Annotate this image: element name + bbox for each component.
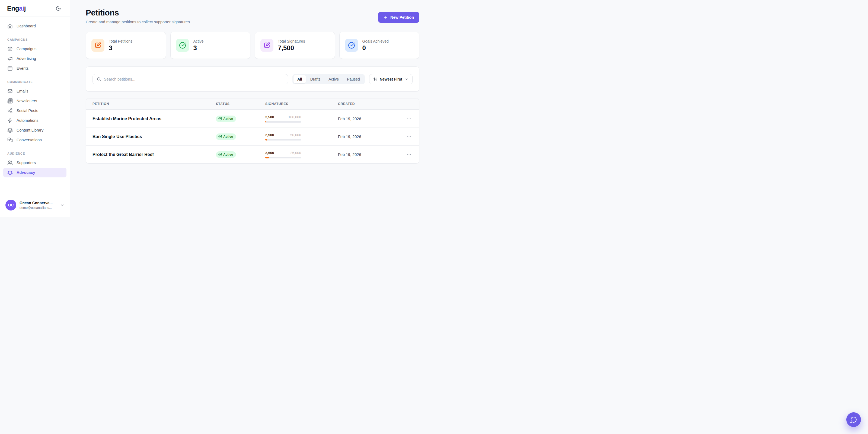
stats-row: Total Petitions 3 Active 3 Total Signa [86, 32, 420, 59]
status-badge: Active [216, 151, 236, 158]
profile-menu[interactable]: OC Ocean Conserva... demo@oceanallianc..… [0, 193, 70, 217]
page-header: Petitions Create and manage petitions to… [86, 8, 420, 24]
search-icon [97, 77, 101, 82]
stat-text: Total Petitions 3 [109, 39, 132, 52]
signatures-cell: 2,500 25,000 [265, 151, 301, 158]
stat-text: Goals Achieved 0 [362, 39, 389, 52]
app-root: Engaij Dashboard CAMPAIGNS Campaigns Adv… [0, 0, 434, 217]
signatures-goal: 100,000 [288, 115, 301, 119]
status-label: Active [223, 135, 233, 138]
tab-drafts[interactable]: Drafts [307, 75, 324, 83]
stat-card-active: Active 3 [170, 32, 251, 59]
progress-fill [265, 139, 267, 141]
target-icon [7, 46, 13, 52]
row-actions-button[interactable] [405, 133, 412, 140]
moon-icon [56, 6, 61, 11]
table-header: Petition Status Signatures Created [86, 98, 419, 110]
sort-dropdown[interactable]: Newest First [369, 74, 412, 84]
file-pen-icon [91, 39, 104, 52]
tab-all[interactable]: All [293, 75, 306, 83]
created-date: Feb 19, 2026 [338, 134, 405, 139]
new-petition-button[interactable]: New Petition [378, 12, 420, 23]
col-petition: Petition [93, 102, 216, 106]
sidebar-item-label: Content Library [17, 128, 43, 132]
row-actions-button[interactable] [405, 151, 412, 158]
sidebar: Engaij Dashboard CAMPAIGNS Campaigns Adv… [0, 0, 70, 217]
sidebar-item-events[interactable]: Events [3, 63, 66, 73]
stat-card-goals-achieved: Goals Achieved 0 [339, 32, 420, 59]
sidebar-item-label: Campaigns [17, 46, 36, 51]
theme-toggle-button[interactable] [55, 5, 62, 12]
users-icon [7, 160, 13, 165]
sidebar-item-conversations[interactable]: Conversations [3, 135, 66, 145]
main-content: Petitions Create and manage petitions to… [70, 0, 434, 217]
sidebar-item-supporters[interactable]: Supporters [3, 158, 66, 167]
sidebar-item-label: Advocacy [17, 170, 35, 175]
signatures-goal: 25,000 [290, 151, 301, 155]
sidebar-item-dashboard[interactable]: Dashboard [3, 21, 66, 31]
search-box [93, 74, 288, 84]
chevron-down-icon [405, 77, 408, 81]
sidebar-item-social-posts[interactable]: Social Posts [3, 106, 66, 116]
table-row[interactable]: Establish Marine Protected Areas Active … [86, 110, 419, 127]
sort-label: Newest First [380, 77, 402, 82]
tab-paused[interactable]: Paused [343, 75, 364, 83]
sidebar-item-label: Newsletters [17, 99, 37, 103]
col-status: Status [216, 102, 265, 106]
petitions-table: Petition Status Signatures Created Estab… [86, 98, 420, 163]
sidebar-item-label: Dashboard [17, 24, 36, 28]
table-row[interactable]: Ban Single-Use Plastics Active 2,500 50,… [86, 127, 419, 145]
petition-title[interactable]: Establish Marine Protected Areas [93, 116, 216, 121]
search-input[interactable] [104, 77, 284, 82]
brand-logo: Engaij [7, 5, 26, 12]
petition-title[interactable]: Protect the Great Barrier Reef [93, 152, 216, 157]
arrow-up-down-icon [373, 77, 377, 81]
sidebar-item-campaigns[interactable]: Campaigns [3, 44, 66, 54]
sidebar-item-advertising[interactable]: Advertising [3, 54, 66, 63]
status-label: Active [223, 117, 233, 121]
scale-icon [7, 170, 13, 175]
ellipsis-icon [407, 134, 411, 139]
sidebar-item-automations[interactable]: Automations [3, 116, 66, 125]
sidebar-item-content-library[interactable]: Content Library [3, 125, 66, 135]
sidebar-item-newsletters[interactable]: Newsletters [3, 96, 66, 106]
zap-icon [7, 118, 13, 123]
circle-check-icon [345, 39, 358, 52]
status-badge: Active [216, 116, 236, 122]
sidebar-item-label: Emails [17, 89, 29, 93]
circle-check-icon [218, 153, 222, 156]
col-created: Created [338, 102, 405, 106]
row-actions-button[interactable] [405, 115, 412, 122]
page-title: Petitions [86, 8, 190, 18]
megaphone-icon [7, 56, 13, 61]
sidebar-item-advocacy[interactable]: Advocacy [3, 167, 66, 177]
calendar-icon [7, 66, 13, 71]
brand-prefix: Eng [7, 5, 19, 12]
sidebar-item-label: Conversations [17, 138, 42, 142]
progress-bar [265, 121, 301, 123]
profile-name: Ocean Conserva... [20, 201, 57, 205]
stat-label: Active [193, 39, 204, 43]
tab-active[interactable]: Active [325, 75, 343, 83]
sidebar-item-emails[interactable]: Emails [3, 86, 66, 96]
petition-title[interactable]: Ban Single-Use Plastics [93, 134, 216, 139]
signatures-current: 2,500 [265, 133, 274, 137]
stat-label: Goals Achieved [362, 39, 389, 43]
progress-fill [265, 121, 267, 123]
mail-icon [7, 88, 13, 94]
status-filter-tabs: All Drafts Active Paused [292, 74, 365, 84]
progress-bar [265, 157, 301, 158]
sidebar-nav: Dashboard CAMPAIGNS Campaigns Advertisin… [0, 17, 70, 193]
stat-value: 3 [193, 44, 204, 52]
stat-label: Total Signatures [278, 39, 305, 43]
plus-icon [383, 15, 388, 20]
new-petition-label: New Petition [390, 15, 414, 20]
page-subtitle: Create and manage petitions to collect s… [86, 20, 190, 24]
signatures-cell: 2,500 100,000 [265, 115, 301, 123]
table-row[interactable]: Protect the Great Barrier Reef Active 2,… [86, 145, 419, 163]
file-pen-icon [260, 39, 273, 52]
sidebar-item-label: Social Posts [17, 108, 38, 113]
stat-label: Total Petitions [109, 39, 132, 43]
sidebar-item-label: Supporters [17, 161, 36, 165]
chevron-down-icon [60, 203, 64, 207]
